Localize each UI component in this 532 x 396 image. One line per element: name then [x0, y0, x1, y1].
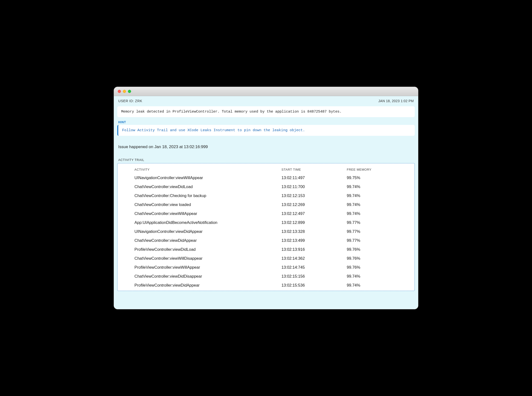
- cell-start-time: 13:02:15:156: [281, 274, 347, 279]
- app-window: USER ID: ZRK JAN 18, 2023 1:02 PM Memory…: [114, 87, 418, 309]
- table-row: ProfileViewController:viewDidAppear13:02…: [118, 281, 414, 290]
- cell-activity: ChatViewController:viewDidAppear: [134, 238, 281, 243]
- cell-free-memory: 99.76%: [347, 265, 414, 270]
- content-pane: USER ID: ZRK JAN 18, 2023 1:02 PM Memory…: [114, 96, 418, 309]
- cell-start-time: 13:02:13:916: [281, 247, 347, 252]
- activity-trail-table: ACTIVITY START TIME FREE MEMORY UINaviga…: [117, 163, 415, 291]
- cell-free-memory: 99.74%: [347, 184, 414, 189]
- cell-activity: ChatViewController:Checking for backup: [134, 193, 281, 198]
- table-row: App:UIApplicationDidBecomeActiveNotifica…: [118, 218, 414, 227]
- cell-free-memory: 99.74%: [347, 202, 414, 207]
- table-row: ProfileViewController:viewDidLoad13:02:1…: [118, 245, 414, 254]
- cell-free-memory: 99.74%: [347, 274, 414, 279]
- cell-free-memory: 99.76%: [347, 256, 414, 261]
- table-row: ChatViewController:viewDidAppear13:02:13…: [118, 236, 414, 245]
- cell-free-memory: 99.74%: [347, 283, 414, 288]
- cell-activity: UINavigationController:viewDidAppear: [134, 229, 281, 234]
- activity-trail-label: ACTIVITY TRAIL: [118, 158, 414, 162]
- column-header-start-time: START TIME: [281, 168, 347, 171]
- user-id-value: ZRK: [135, 99, 142, 103]
- error-message-card: Memory leak detected in ProfileViewContr…: [117, 106, 415, 117]
- column-header-free-memory: FREE MEMORY: [347, 168, 414, 171]
- cell-start-time: 13:02:12:899: [281, 220, 347, 225]
- column-header-activity: ACTIVITY: [134, 168, 281, 171]
- table-row: ChatViewController:Checking for backup13…: [118, 191, 414, 200]
- cell-start-time: 13:02:14:362: [281, 256, 347, 261]
- cell-start-time: 13:02:13:328: [281, 229, 347, 234]
- cell-start-time: 13:02:11:700: [281, 184, 347, 189]
- cell-free-memory: 99.74%: [347, 211, 414, 216]
- cell-free-memory: 99.77%: [347, 238, 414, 243]
- hint-text: Follow Activity Trail and use XCode Leak…: [122, 128, 411, 132]
- cell-free-memory: 99.74%: [347, 193, 414, 198]
- issue-timestamp-line: Issue happened on Jan 18, 2023 at 13:02:…: [118, 145, 414, 149]
- table-row: UINavigationController:viewWillAppear13:…: [118, 173, 414, 182]
- table-row: ChatViewController:viewDidLoad13:02:11:7…: [118, 182, 414, 191]
- user-id: USER ID: ZRK: [118, 99, 142, 103]
- cell-activity: ProfileViewController:viewDidLoad: [134, 247, 281, 252]
- cell-activity: ProfileViewController:viewWillAppear: [134, 265, 281, 270]
- cell-free-memory: 99.76%: [347, 247, 414, 252]
- cell-start-time: 13:02:13:499: [281, 238, 347, 243]
- cell-start-time: 13:02:15:536: [281, 283, 347, 288]
- cell-start-time: 13:02:11:497: [281, 175, 347, 180]
- cell-activity: ProfileViewController:viewDidAppear: [134, 283, 281, 288]
- cell-activity: ChatViewController:viewDidDisappear: [134, 274, 281, 279]
- cell-start-time: 13:02:14:745: [281, 265, 347, 270]
- report-timestamp: JAN 18, 2023 1:02 PM: [378, 99, 414, 103]
- cell-start-time: 13:02:12:153: [281, 193, 347, 198]
- header-row: USER ID: ZRK JAN 18, 2023 1:02 PM: [114, 96, 418, 105]
- titlebar: [114, 87, 418, 96]
- table-row: ChatViewController:viewWillDisappear13:0…: [118, 254, 414, 263]
- hint-label: HINT: [118, 121, 414, 124]
- table-row: ChatViewController:view loaded13:02:12:2…: [118, 200, 414, 209]
- error-message: Memory leak detected in ProfileViewContr…: [121, 110, 411, 114]
- cell-start-time: 13:02:12:269: [281, 202, 347, 207]
- cell-activity: UINavigationController:viewWillAppear: [134, 175, 281, 180]
- table-header: ACTIVITY START TIME FREE MEMORY: [118, 166, 414, 173]
- hint-card: Follow Activity Trail and use XCode Leak…: [117, 125, 415, 136]
- user-id-label: USER ID:: [118, 99, 134, 103]
- window-controls: [118, 90, 131, 93]
- table-row: ChatViewController:viewWillAppear13:02:1…: [118, 209, 414, 218]
- table-row: UINavigationController:viewDidAppear13:0…: [118, 227, 414, 236]
- zoom-icon[interactable]: [128, 90, 131, 93]
- cell-free-memory: 99.75%: [347, 175, 414, 180]
- cell-free-memory: 99.77%: [347, 229, 414, 234]
- cell-free-memory: 99.77%: [347, 220, 414, 225]
- cell-activity: ChatViewController:viewDidLoad: [134, 184, 281, 189]
- table-row: ChatViewController:viewDidDisappear13:02…: [118, 272, 414, 281]
- table-body: UINavigationController:viewWillAppear13:…: [118, 173, 414, 290]
- table-row: ProfileViewController:viewWillAppear13:0…: [118, 263, 414, 272]
- cell-activity: ChatViewController:view loaded: [134, 202, 281, 207]
- cell-activity: ChatViewController:viewWillDisappear: [134, 256, 281, 261]
- close-icon[interactable]: [118, 90, 121, 93]
- cell-start-time: 13:02:12:497: [281, 211, 347, 216]
- cell-activity: ChatViewController:viewWillAppear: [134, 211, 281, 216]
- cell-activity: App:UIApplicationDidBecomeActiveNotifica…: [134, 220, 281, 225]
- minimize-icon[interactable]: [123, 90, 126, 93]
